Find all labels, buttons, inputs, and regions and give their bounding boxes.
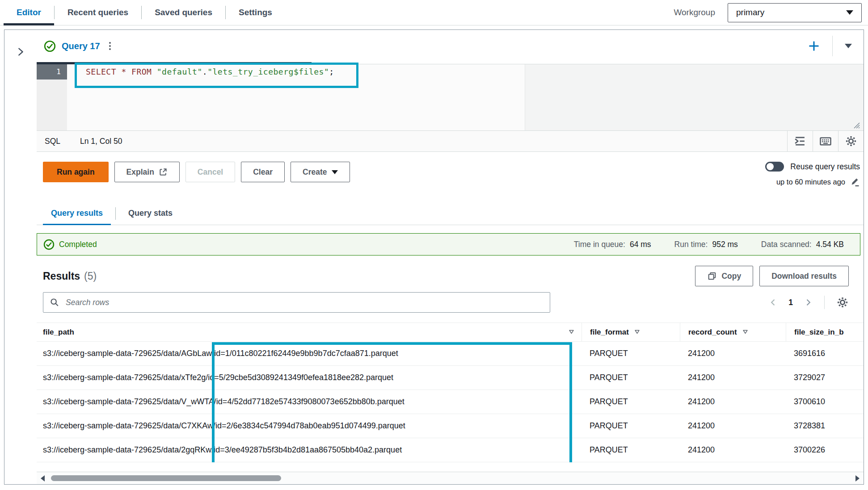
topnav-tab-saved-queries[interactable]: Saved queries xyxy=(142,0,225,25)
sort-filter-icon[interactable] xyxy=(634,329,640,335)
metric-value: 4.54 KB xyxy=(816,240,844,249)
table-preferences-gear-icon[interactable] xyxy=(836,296,849,309)
completed-check-icon xyxy=(43,239,55,250)
add-query-tab-icon[interactable] xyxy=(808,40,820,52)
cell-file-path: s3://iceberg-sample-data-729625/data/xTf… xyxy=(37,373,581,382)
topnav-tabs: EditorRecent queriesSaved queriesSetting… xyxy=(4,0,285,25)
left-rail xyxy=(4,30,37,484)
create-button[interactable]: Create xyxy=(291,162,350,182)
sort-filter-icon[interactable] xyxy=(569,329,574,335)
cell-file-format: PARQUET xyxy=(581,397,680,406)
table-row: s3://iceberg-sample-data-729625/data/AGb… xyxy=(37,342,864,366)
editor-content: Query 17 1 SELECT * FROM "default xyxy=(37,30,864,484)
reuse-duration-text: up to 60 minutes ago xyxy=(776,178,845,186)
topnav-tab-editor[interactable]: Editor xyxy=(4,0,54,25)
sql-token: . xyxy=(202,67,207,76)
table-row: s3://iceberg-sample-data-729625/data/2gq… xyxy=(37,438,864,462)
query-tab-menu-icon[interactable] xyxy=(106,40,114,52)
copy-label: Copy xyxy=(721,272,741,281)
explain-button[interactable]: Explain xyxy=(114,162,180,182)
metric: Data scanned:4.54 KB xyxy=(761,240,844,249)
line-number-gutter: 1 xyxy=(37,64,67,130)
tab-query-results[interactable]: Query results xyxy=(43,202,111,225)
run-again-button[interactable]: Run again xyxy=(43,162,109,182)
scroll-right-icon[interactable] xyxy=(855,475,860,482)
athena-query-editor: EditorRecent queriesSaved queriesSetting… xyxy=(0,0,868,485)
topnav-tab-settings[interactable]: Settings xyxy=(226,0,285,25)
scroll-left-icon[interactable] xyxy=(41,475,45,482)
tab-query-stats[interactable]: Query stats xyxy=(120,202,181,225)
cancel-label: Cancel xyxy=(198,168,223,177)
external-link-icon xyxy=(159,168,168,176)
chevron-down-icon xyxy=(846,10,853,15)
cell-file-path: s3://iceberg-sample-data-729625/data/C7X… xyxy=(37,421,581,431)
sql-token: "lets_try_iceberg$files" xyxy=(207,67,329,76)
query-tab-header: Query 17 xyxy=(37,30,864,62)
reuse-results-label: Reuse query results xyxy=(790,162,860,172)
sql-token: * xyxy=(121,67,126,76)
results-table: file_pathfile_formatrecord_countfile_siz… xyxy=(37,322,864,462)
table-body: s3://iceberg-sample-data-729625/data/AGb… xyxy=(37,342,864,462)
divider xyxy=(824,296,825,309)
column-label: file_size_in_b xyxy=(794,328,844,337)
column-header-file-format[interactable]: file_format xyxy=(581,323,680,341)
editor-settings-button[interactable] xyxy=(838,131,864,151)
cell-file-size-in-b: 3728381 xyxy=(786,421,864,431)
cell-file-size-in-b: 3691616 xyxy=(786,349,864,358)
column-header-file-size-in-b[interactable]: file_size_in_b xyxy=(786,323,864,341)
workgroup-label: Workgroup xyxy=(674,8,715,17)
cursor-position: Ln 1, Col 50 xyxy=(80,137,122,146)
query-tab-title[interactable]: Query 17 xyxy=(62,41,100,51)
search-icon xyxy=(50,297,59,307)
reuse-results-block: Reuse query results up to 60 minutes ago xyxy=(765,162,861,187)
search-rows-input[interactable] xyxy=(65,297,544,308)
horizontal-scrollbar[interactable] xyxy=(37,472,864,484)
format-query-button[interactable] xyxy=(787,131,813,151)
query-status-text: Completed xyxy=(59,240,97,249)
cell-file-path: s3://iceberg-sample-data-729625/data/V_w… xyxy=(37,397,581,406)
copy-icon xyxy=(707,271,717,281)
cell-file-format: PARQUET xyxy=(581,349,680,358)
metric-value: 952 ms xyxy=(712,240,737,249)
reuse-results-toggle[interactable] xyxy=(765,162,784,172)
workgroup-value: primary xyxy=(736,8,764,17)
cell-record-count: 241200 xyxy=(680,373,786,382)
metric-label: Run time: xyxy=(674,240,708,249)
expand-sidebar-icon[interactable] xyxy=(16,47,25,57)
resize-handle-icon[interactable] xyxy=(852,121,860,129)
query-status-bar: Completed Time in queue:64 msRun time:95… xyxy=(37,233,860,255)
sql-token xyxy=(126,67,131,76)
topnav-tab-recent-queries[interactable]: Recent queries xyxy=(55,0,141,25)
workgroup-select[interactable]: primary xyxy=(728,3,862,22)
copy-button[interactable]: Copy xyxy=(695,266,753,286)
keyboard-shortcuts-button[interactable] xyxy=(813,131,838,151)
column-header-record-count[interactable]: record_count xyxy=(680,323,786,341)
table-header-row: file_pathfile_formatrecord_countfile_siz… xyxy=(37,323,864,342)
workgroup-control: Workgroup primary xyxy=(674,0,868,25)
cell-record-count: 241200 xyxy=(680,445,786,455)
search-box xyxy=(43,292,550,313)
editor-right-pane xyxy=(525,64,864,130)
scrollbar-thumb[interactable] xyxy=(51,475,281,481)
sql-token: FROM xyxy=(131,67,152,76)
clear-label: Clear xyxy=(253,168,273,177)
tab-list-dropdown-icon[interactable] xyxy=(845,44,852,48)
create-label: Create xyxy=(303,168,327,177)
results-header: Results (5) Copy Download results xyxy=(37,265,864,287)
next-page-icon[interactable] xyxy=(804,298,813,307)
sort-filter-icon[interactable] xyxy=(742,329,748,335)
cell-record-count: 241200 xyxy=(680,421,786,431)
sql-status-bar: SQL Ln 1, Col 50 xyxy=(37,130,864,152)
column-header-file-path[interactable]: file_path xyxy=(37,323,581,341)
sql-token xyxy=(116,67,121,76)
download-results-button[interactable]: Download results xyxy=(759,266,849,286)
previous-page-icon[interactable] xyxy=(769,298,778,307)
format-icon xyxy=(794,135,806,147)
cell-file-size-in-b: 3729027 xyxy=(786,373,864,382)
sql-token xyxy=(152,67,156,76)
run-metrics: Time in queue:64 msRun time:952 msData s… xyxy=(574,240,844,249)
edit-pencil-icon[interactable] xyxy=(849,176,860,187)
line-number: 1 xyxy=(37,64,67,80)
clear-button[interactable]: Clear xyxy=(241,162,285,182)
metric: Run time:952 ms xyxy=(674,240,738,249)
